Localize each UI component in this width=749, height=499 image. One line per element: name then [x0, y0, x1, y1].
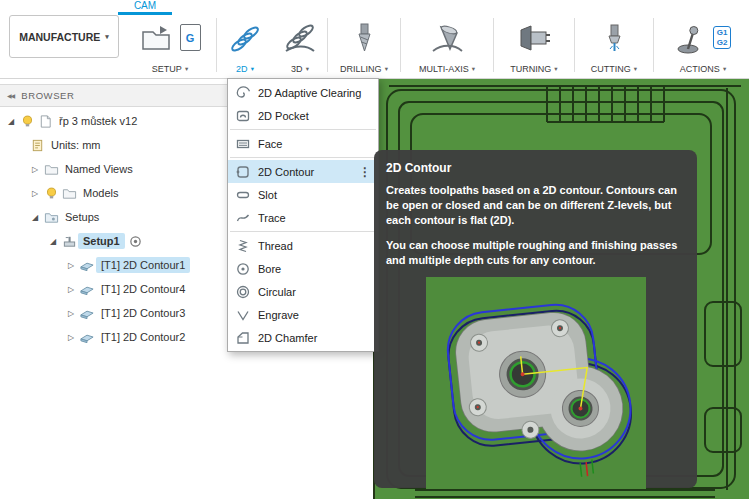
visibility-bulb-icon[interactable] — [18, 113, 36, 129]
chevron-down-icon: ▾ — [723, 65, 726, 73]
toolbar-group-label-setup[interactable]: SETUP ▾ — [152, 61, 188, 76]
collapsed-triangle-icon[interactable]: ▷ — [64, 261, 78, 270]
active-setup-radio-icon[interactable] — [129, 235, 142, 248]
toolbar-group-label-3d[interactable]: 3D ▾ — [291, 61, 309, 76]
visibility-bulb-icon[interactable] — [42, 185, 60, 201]
post-process-icon[interactable]: G — [180, 24, 201, 51]
browser-item-setups[interactable]: ◢ Setups — [0, 205, 227, 229]
expanded-triangle-icon[interactable]: ◢ — [4, 117, 18, 126]
browser-item-label[interactable]: řp 3 můstek v12 — [54, 113, 142, 129]
3d-milling-icon[interactable] — [283, 22, 317, 54]
chevron-down-icon: ▾ — [251, 65, 254, 73]
menu-item-2d-adaptive-clearing[interactable]: 2D Adaptive Clearing — [228, 81, 378, 104]
browser-item-units[interactable]: Units: mm — [0, 133, 227, 157]
browser-item-label[interactable]: Named Views — [60, 161, 138, 177]
browser-item-document[interactable]: ◢ řp 3 můstek v12 — [0, 109, 227, 133]
menu-item-thread[interactable]: Thread — [228, 234, 378, 257]
collapse-panel-icon[interactable]: ◀◀ — [7, 92, 14, 99]
toolbar-group-actions: G1 G2 ACTIONS ▾ — [654, 14, 749, 76]
menu-item-circular[interactable]: Circular — [228, 280, 378, 303]
menu-item-2d-chamfer[interactable]: 2D Chamfer — [228, 326, 378, 349]
browser-header: ◀◀ BROWSER — [0, 84, 227, 107]
multi-axis-icon[interactable] — [429, 22, 465, 54]
cutting-icon[interactable] — [597, 22, 631, 54]
menu-item-slot[interactable]: Slot — [228, 183, 378, 206]
menu-item-trace[interactable]: Trace — [228, 206, 378, 229]
menu-item-label: 2D Pocket — [258, 110, 309, 122]
chevron-down-icon: ▾ — [472, 65, 475, 73]
bore-icon — [235, 261, 251, 277]
tooltip-title: 2D Contour — [386, 161, 685, 175]
collapsed-triangle-icon[interactable]: ▷ — [28, 189, 42, 198]
menu-item-bore[interactable]: Bore — [228, 257, 378, 280]
browser-item-label[interactable]: Models — [78, 185, 123, 201]
browser-panel: ◀◀ BROWSER ◢ řp 3 můstek v12 Units: mm ▷… — [0, 84, 227, 499]
toolbar-group-label-cutting[interactable]: CUTTING ▾ — [591, 61, 637, 76]
menu-item-label: Bore — [258, 263, 281, 275]
face-icon — [235, 136, 251, 152]
tooltip-body-2: You can choose multiple roughing and fin… — [386, 238, 685, 268]
new-setup-icon[interactable] — [140, 23, 172, 53]
setups-folder-icon — [42, 209, 60, 225]
browser-item-label[interactable]: Setup1 — [78, 233, 125, 249]
menu-item-2d-contour[interactable]: 2D Contour ⋮ — [228, 160, 378, 183]
toolbar: MANUFACTURE ▾ CAM G SETUP ▾ — [0, 0, 749, 79]
collapsed-triangle-icon[interactable]: ▷ — [64, 333, 78, 342]
chevron-down-icon: ▾ — [185, 65, 188, 73]
toolbar-group-label-actions[interactable]: ACTIONS ▾ — [680, 61, 726, 76]
toolbar-group-label-multi-axis[interactable]: MULTI-AXIS ▾ — [419, 61, 475, 76]
browser-item-contour1[interactable]: ▷ [T1] 2D Contour1 — [0, 253, 227, 277]
trace-icon — [235, 210, 251, 226]
browser-tree: ◢ řp 3 můstek v12 Units: mm ▷ Named View… — [0, 107, 227, 349]
tooltip-body-1: Creates toolpaths based on a 2D contour.… — [386, 183, 685, 229]
joystick-icon[interactable] — [675, 22, 705, 54]
turning-icon[interactable] — [517, 22, 551, 54]
toolbar-group-label-2d[interactable]: 2D ▾ — [236, 61, 254, 76]
collapsed-triangle-icon[interactable]: ▷ — [64, 285, 78, 294]
menu-item-label: Face — [258, 138, 282, 150]
browser-item-models[interactable]: ▷ Models — [0, 181, 227, 205]
browser-item-contour2[interactable]: ▷ [T1] 2D Contour2 — [0, 325, 227, 349]
tooltip-preview-image — [426, 277, 646, 489]
toolbar-group-cutting: CUTTING ▾ — [575, 14, 653, 76]
browser-item-named-views[interactable]: ▷ Named Views — [0, 157, 227, 181]
browser-item-setup1[interactable]: ◢ Setup1 — [0, 229, 227, 253]
expanded-triangle-icon[interactable]: ◢ — [28, 213, 42, 222]
browser-item-label[interactable]: Units: mm — [46, 137, 106, 153]
menu-separator — [230, 231, 376, 232]
expanded-triangle-icon[interactable]: ◢ — [46, 237, 60, 246]
menu-item-label: Circular — [258, 286, 296, 298]
menu-item-face[interactable]: Face — [228, 132, 378, 155]
toolpath-icon — [78, 257, 96, 273]
menu-item-engrave[interactable]: Engrave — [228, 303, 378, 326]
tab-cam[interactable]: CAM — [118, 0, 172, 15]
menu-item-2d-pocket[interactable]: 2D Pocket — [228, 104, 378, 127]
chevron-down-icon: ▾ — [554, 65, 557, 73]
browser-item-label[interactable]: [T1] 2D Contour1 — [96, 257, 190, 273]
menu-item-label: 2D Adaptive Clearing — [258, 87, 361, 99]
browser-item-label[interactable]: [T1] 2D Contour4 — [96, 281, 190, 297]
pocket-icon — [235, 108, 251, 124]
chevron-down-icon: ▾ — [385, 65, 388, 73]
adaptive-clearing-icon — [235, 85, 251, 101]
workspace-label: MANUFACTURE — [19, 31, 100, 43]
browser-item-contour4[interactable]: ▷ [T1] 2D Contour4 — [0, 277, 227, 301]
more-options-icon[interactable]: ⋮ — [359, 165, 371, 179]
browser-item-contour3[interactable]: ▷ [T1] 2D Contour3 — [0, 301, 227, 325]
2d-milling-icon[interactable] — [228, 22, 262, 54]
toolbar-group-label-turning[interactable]: TURNING ▾ — [510, 61, 557, 76]
collapsed-triangle-icon[interactable]: ▷ — [64, 309, 78, 318]
toolbar-group-3d: 3D ▾ — [273, 14, 327, 76]
workspace-switcher[interactable]: MANUFACTURE ▾ — [9, 15, 119, 58]
browser-item-label[interactable]: Setups — [60, 209, 104, 225]
menu-item-label: Trace — [258, 212, 286, 224]
drilling-icon[interactable] — [347, 22, 381, 54]
browser-item-label[interactable]: [T1] 2D Contour3 — [96, 305, 190, 321]
collapsed-triangle-icon[interactable]: ▷ — [28, 165, 42, 174]
browser-item-label[interactable]: [T1] 2D Contour2 — [96, 329, 190, 345]
thread-icon — [235, 238, 251, 254]
g1-g2-badge-icon[interactable]: G1 G2 — [713, 26, 732, 49]
circular-icon — [235, 284, 251, 300]
toolbar-group-turning: TURNING ▾ — [494, 14, 574, 76]
toolbar-group-label-drilling[interactable]: DRILLING ▾ — [340, 61, 388, 76]
